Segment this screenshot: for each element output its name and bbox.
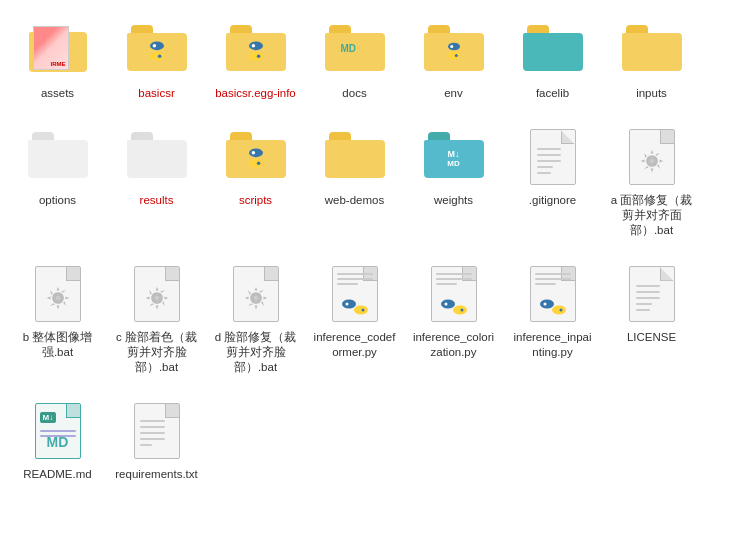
file-item-results[interactable]: results — [109, 117, 204, 216]
label-assets: assets — [41, 86, 74, 101]
label-LICENSE: LICENSE — [627, 330, 676, 345]
icon-b-bat — [26, 262, 90, 326]
file-item-basicsr[interactable]: basicsr — [109, 10, 204, 109]
svg-point-21 — [552, 305, 566, 314]
svg-point-22 — [543, 302, 546, 305]
label-options: options — [39, 193, 76, 208]
svg-point-15 — [361, 308, 364, 311]
file-item-inference-codeformer[interactable]: inference_codeformer.py — [307, 254, 402, 368]
svg-point-16 — [441, 299, 455, 308]
svg-point-23 — [559, 308, 562, 311]
label-basicsr-egg-info: basicsr.egg-info — [215, 86, 296, 101]
file-item-inputs[interactable]: inputs — [604, 10, 699, 109]
icon-inputs — [620, 18, 684, 82]
file-item-env[interactable]: env — [406, 10, 501, 109]
label-web-demos: web-demos — [325, 193, 384, 208]
icon-README: M↓ MD — [26, 399, 90, 463]
svg-point-8 — [154, 295, 159, 300]
file-item-inference-inpainting[interactable]: inference_inpainting.py — [505, 254, 600, 368]
icon-docs — [323, 18, 387, 82]
file-item-web-demos[interactable]: web-demos — [307, 117, 402, 216]
icon-scripts — [224, 125, 288, 189]
svg-point-20 — [540, 299, 554, 308]
icon-inference-colorization — [422, 262, 486, 326]
icon-LICENSE — [620, 262, 684, 326]
label-env: env — [444, 86, 463, 101]
file-item-requirements[interactable]: requirements.txt — [109, 391, 204, 490]
file-item-d-bat[interactable]: d 脸部修复（裁剪并对齐脸部）.bat — [208, 254, 303, 383]
file-item-facelib[interactable]: facelib — [505, 10, 600, 109]
file-item-inference-colorization[interactable]: inference_colorization.py — [406, 254, 501, 368]
icon-c-bat — [125, 262, 189, 326]
icon-web-demos — [323, 125, 387, 189]
label-results: results — [140, 193, 174, 208]
icon-requirements — [125, 399, 189, 463]
label-inference-inpainting: inference_inpainting.py — [511, 330, 594, 360]
svg-point-14 — [345, 302, 348, 305]
label-requirements: requirements.txt — [115, 467, 197, 482]
icon-options — [26, 125, 90, 189]
icon-weights: M↓ MD — [422, 125, 486, 189]
label-README: README.md — [23, 467, 91, 482]
file-item-LICENSE[interactable]: LICENSE — [604, 254, 699, 353]
label-gitignore: .gitignore — [529, 193, 576, 208]
file-item-README[interactable]: M↓ MD README.md — [10, 391, 105, 490]
label-inputs: inputs — [636, 86, 667, 101]
svg-point-5 — [55, 295, 60, 300]
file-item-basicsr-egg-info[interactable]: basicsr.egg-info — [208, 10, 303, 109]
svg-point-18 — [444, 302, 447, 305]
svg-point-13 — [354, 305, 368, 314]
label-weights: weights — [434, 193, 473, 208]
label-inference-colorization: inference_colorization.py — [412, 330, 495, 360]
file-grid: IRME assets basicsr basicsr.egg-info doc… — [10, 10, 738, 490]
label-basicsr: basicsr — [138, 86, 174, 101]
file-item-a-bat[interactable]: a 面部修复（裁剪并对齐面部）.bat — [604, 117, 699, 246]
svg-point-11 — [253, 295, 258, 300]
icon-gitignore — [521, 125, 585, 189]
svg-point-2 — [649, 159, 654, 164]
label-d-bat: d 脸部修复（裁剪并对齐脸部）.bat — [214, 330, 297, 375]
label-facelib: facelib — [536, 86, 569, 101]
icon-a-bat — [620, 125, 684, 189]
svg-point-12 — [342, 299, 356, 308]
file-item-assets[interactable]: IRME assets — [10, 10, 105, 109]
icon-d-bat — [224, 262, 288, 326]
file-item-weights[interactable]: M↓ MD weights — [406, 117, 501, 216]
icon-inference-codeformer — [323, 262, 387, 326]
icon-basicsr — [125, 18, 189, 82]
svg-point-19 — [460, 308, 463, 311]
icon-env — [422, 18, 486, 82]
file-item-gitignore[interactable]: .gitignore — [505, 117, 600, 216]
label-c-bat: c 脸部着色（裁剪并对齐脸部）.bat — [115, 330, 198, 375]
icon-basicsr-egg-info — [224, 18, 288, 82]
file-item-options[interactable]: options — [10, 117, 105, 216]
file-item-c-bat[interactable]: c 脸部着色（裁剪并对齐脸部）.bat — [109, 254, 204, 383]
file-item-b-bat[interactable]: b 整体图像增强.bat — [10, 254, 105, 368]
icon-results — [125, 125, 189, 189]
icon-facelib — [521, 18, 585, 82]
icon-assets: IRME — [26, 18, 90, 82]
file-item-scripts[interactable]: scripts — [208, 117, 303, 216]
label-inference-codeformer: inference_codeformer.py — [313, 330, 396, 360]
svg-point-17 — [453, 305, 467, 314]
label-scripts: scripts — [239, 193, 272, 208]
label-a-bat: a 面部修复（裁剪并对齐面部）.bat — [610, 193, 693, 238]
file-item-docs[interactable]: docs — [307, 10, 402, 109]
icon-inference-inpainting — [521, 262, 585, 326]
label-b-bat: b 整体图像增强.bat — [16, 330, 99, 360]
label-docs: docs — [342, 86, 366, 101]
